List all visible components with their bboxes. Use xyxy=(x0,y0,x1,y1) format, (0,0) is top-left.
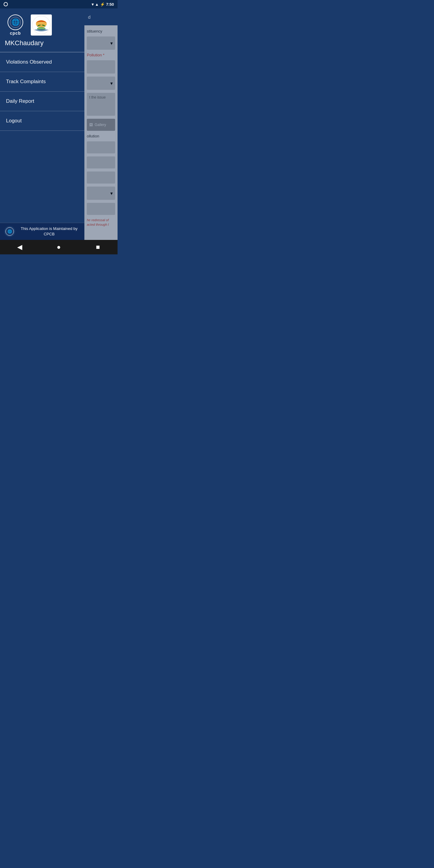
gallery-button: 🖼 Gallery xyxy=(87,119,115,131)
bg-footer-text: he redressal of acted through l xyxy=(87,218,115,227)
nav-item-daily-report[interactable]: Daily Report xyxy=(0,92,84,111)
status-right: ▾ ▲ ⚡ 7:50 xyxy=(92,2,114,7)
globe-icon: 🌐 xyxy=(11,19,20,26)
drawer-header: 🌐 cpcb xyxy=(0,8,84,52)
cpcb-logo: 🌐 cpcb xyxy=(5,14,26,36)
nav-bar: ◀ ● ■ xyxy=(0,240,118,254)
footer-text: This Application is Maintained by CPCB xyxy=(18,226,80,237)
drawer-footer: 🌐 This Application is Maintained by CPCB xyxy=(0,223,84,240)
bg-body: stituency ▾ Pollution * ▾ t the issue 🖼 … xyxy=(84,25,118,240)
extra-dropdown: ▾ xyxy=(87,187,115,200)
nature-logo xyxy=(31,14,52,36)
extra-field1 xyxy=(87,156,115,168)
dropdown-arrow2: ▾ xyxy=(110,81,113,86)
signal-icon: ▲ xyxy=(95,2,99,7)
drawer-nav: Violations Observed Track Complaints Dai… xyxy=(0,52,84,131)
status-bar: ▾ ▲ ⚡ 7:50 xyxy=(0,0,118,8)
bottom-field xyxy=(87,203,115,215)
status-left xyxy=(4,2,8,6)
back-button[interactable]: ◀ xyxy=(13,241,26,253)
nav-item-violations[interactable]: Violations Observed xyxy=(0,52,84,72)
pollution-textbox xyxy=(87,60,115,73)
gallery-icon: 🖼 xyxy=(89,123,93,127)
constituency-dropdown: ▾ xyxy=(87,36,115,50)
dropdown-arrow: ▾ xyxy=(110,40,113,46)
pollution-label: Pollution * xyxy=(87,53,115,57)
recent-button[interactable]: ■ xyxy=(92,241,104,253)
footer-logo: 🌐 xyxy=(4,226,15,237)
battery-icon: ⚡ xyxy=(100,2,105,7)
nature-svg xyxy=(32,16,51,35)
extra-field2 xyxy=(87,172,115,184)
background-form: d stituency ▾ Pollution * ▾ t the issue … xyxy=(84,8,118,240)
dropdown-arrow3: ▾ xyxy=(110,190,113,196)
bg-header: d xyxy=(84,8,118,25)
logo-circle: 🌐 xyxy=(7,14,23,30)
pollution2-label: ollution xyxy=(87,134,115,138)
wifi-icon: ▾ xyxy=(92,2,94,7)
footer-logo-circle: 🌐 xyxy=(5,227,14,236)
drawer-logos: 🌐 cpcb xyxy=(5,14,80,36)
nav-item-logout[interactable]: Logout xyxy=(0,111,84,131)
cpcb-text: cpcb xyxy=(10,31,21,36)
navigation-drawer: 🌐 cpcb xyxy=(0,8,84,240)
time-display: 7:50 xyxy=(106,2,114,7)
issue-textarea: t the issue xyxy=(87,93,115,116)
constituency-label: stituency xyxy=(87,29,115,33)
notification-icon xyxy=(4,2,8,6)
logo-circle-inner: 🌐 xyxy=(10,17,21,28)
username-label: MKChaudary xyxy=(5,39,80,47)
pollution2-field xyxy=(87,141,115,153)
footer-globe-icon: 🌐 xyxy=(7,229,12,234)
pollution-dropdown: ▾ xyxy=(87,76,115,90)
nav-item-track-complaints[interactable]: Track Complaints xyxy=(0,72,84,92)
home-button[interactable]: ● xyxy=(53,241,65,253)
